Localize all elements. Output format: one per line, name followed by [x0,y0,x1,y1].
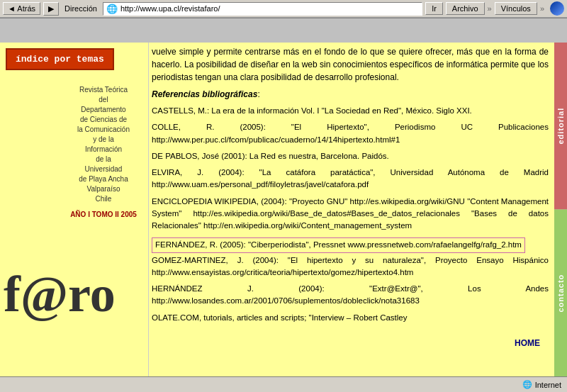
browser-chrome: ◄ Atrás ▶ Dirección 🌐 Ir Archivo » Víncu… [0,0,567,18]
address-bar[interactable]: 🌐 [103,2,422,16]
sidebar-desc-line3: Departamento [81,106,125,113]
ref1: CASTELLS, M.: La era de la información V… [152,105,549,117]
sidebar-desc-line8: de la [96,155,111,163]
references-header: Referencias bibliográficas: [152,88,549,101]
sidebar-desc-line12: Chile [96,195,112,203]
references-colon: : [257,89,259,99]
tab-contacto[interactable]: contacto [554,210,567,377]
left-sidebar: índice por temas Revista Teórica del Dep… [0,43,149,376]
ref5: ENCICLOPEDIA WIKIPEDIA, (2004): "Proyect… [152,196,549,233]
sidebar-desc-line10: de Playa Ancha [79,175,128,183]
sidebar-desc-line9: Universidad [85,165,123,173]
tab-editorial[interactable]: editorial [554,43,567,210]
go-button[interactable]: Ir [425,2,443,15]
ie-small-icon: 🌐 [106,4,118,14]
archivo-menu[interactable]: Archivo [446,2,485,15]
address-label: Dirección [62,4,100,13]
sidebar-info: Revista Teórica del Departamento de Cien… [64,85,142,220]
globe-status-icon: 🌐 [522,380,532,389]
sidebar-desc-line11: Valparaíso [86,185,120,193]
references-block: CASTELLS, M.: La era de la información V… [152,105,549,324]
toolbar-row: ◄ Atrás ▶ Dirección 🌐 Ir Archivo » Víncu… [0,0,567,18]
sidebar-desc-line5: la Comunicación [77,125,130,133]
ref6-highlighted: FERNÁNDEZ, R. (2005): "Ciberperiodista",… [152,237,525,252]
back-button[interactable]: ◄ Atrás [3,2,40,15]
sidebar-desc-line4: de Ciencias de [80,116,127,123]
home-link[interactable]: HOME [515,338,540,348]
sidebar-desc-line6: y de la [93,135,113,143]
ref8: HERNÁNDEZ J. (2004): "Extr@Extr@", Los A… [152,283,549,308]
content-text: vuelve simple y permite centrarse más en… [152,45,549,324]
ref7: GOMEZ-MARTINEZ, J. (2004): "El hipertext… [152,254,549,279]
forward-button[interactable]: ▶ [43,2,59,16]
ref3: DE PABLOS, José (2001): La Red es nuestr… [152,150,549,162]
faro-logo: f@ro [4,269,116,320]
right-sidebar: editorial contacto [554,43,567,376]
sidebar-desc-line1: Revista Teórica [79,86,128,94]
sidebar-desc-line7: Información [85,145,122,153]
vinculos-arrow: » [540,4,544,13]
sidebar-year-tomo: AÑO I TOMO II 2005 [64,210,142,220]
vinculos-menu[interactable]: Vínculos [495,2,537,15]
ref9: OLATE.COM, tutorials, articles and scrip… [152,312,549,324]
ref2: COLLE, R. (2005): "El Hipertexto", Perio… [152,121,549,146]
page-area: índice por temas Revista Teórica del Dep… [0,43,567,376]
url-input[interactable] [120,4,419,13]
indice-button[interactable]: índice por temas [6,48,114,70]
sidebar-desc-line2: del [99,96,108,103]
ie-logo-icon [550,1,564,16]
ref4: ELVIRA, J. (2004): "La catáfora paratáct… [152,167,549,191]
references-title: Referencias bibliográficas [152,89,257,99]
status-bar: 🌐 Internet [0,376,567,392]
main-content[interactable]: vuelve simple y permite centrarse más en… [149,43,554,376]
intro-paragraph: vuelve simple y permite centrarse más en… [152,45,549,84]
faro-ro: ro [68,266,116,323]
status-text: Internet [535,381,561,389]
faro-at: @ [21,266,68,323]
faro-f: f [4,266,21,323]
browser-window: ◄ Atrás ▶ Dirección 🌐 Ir Archivo » Víncu… [0,0,567,392]
menu-arrow: » [488,4,492,13]
